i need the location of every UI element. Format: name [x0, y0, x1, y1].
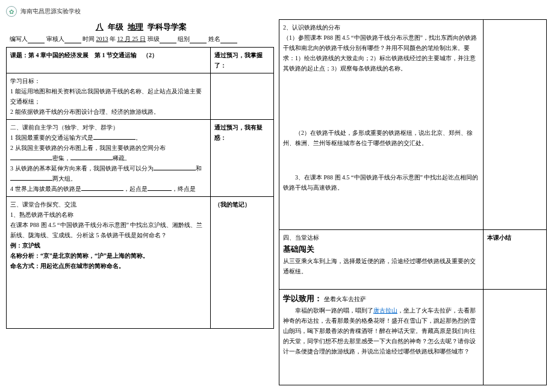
school-logo-icon: ✿ — [6, 6, 17, 17]
preview-doubt-cell: 通过预习，我有疑惑： — [211, 120, 274, 197]
explore-cell: 三、课堂合作探究、交流 1、熟悉铁路干线的名称 在课本 P88 图 4.5 “中… — [7, 197, 211, 329]
table-row: 课题：第 4 章中国的经济发展 第 1 节交通运输 （2） 通过预习，我掌握了： — [7, 48, 274, 73]
fill-blank[interactable] — [10, 173, 52, 181]
fill-blank[interactable] — [81, 184, 123, 191]
right-blank-cell — [484, 290, 547, 385]
table-row: 三、课堂合作探究、交流 1、熟悉铁路干线的名称 在课本 P88 图 4.5 “中… — [7, 197, 274, 329]
subject: 地理 — [125, 22, 146, 31]
blank-space — [283, 148, 479, 172]
page-right: 2、认识铁路线的分布 （1）参照课本 P88 图 4.5 “中国铁路干线分布示意… — [279, 19, 547, 385]
right-blank-cell — [484, 20, 547, 230]
prestudy-cell: 二、课前自主学习（独学、对学、群学） 1 我国最重要的交通运输方式是。 2 从我… — [7, 120, 211, 197]
table-row: 二、课前自主学习（独学、对学、群学） 1 我国最重要的交通运输方式是。 2 从我… — [7, 120, 274, 197]
group-blank[interactable] — [190, 36, 207, 43]
table-row: 四、当堂达标 基础闯关 从三亚乘火车到上海，选择最近便的路，沿途经过哪些铁路线及… — [279, 230, 547, 290]
doc-title: 八 年级 地理 学科导学案 — [6, 22, 274, 33]
school-name: 海南屯昌思源实验学校 — [20, 7, 81, 16]
summary-cell: 本课小结 — [484, 230, 547, 290]
goals-cell: 学习目标： 1 能运用地图和相关资料说出我国铁路干线的名称、起止站点及沿途主要交… — [7, 73, 211, 120]
meta-line: 编写人 审核人 时间 2013 年 12 月 25 日 班级 组别 姓名 — [10, 35, 274, 43]
fill-blank[interactable] — [70, 153, 113, 160]
class-blank[interactable] — [160, 36, 176, 43]
apply-paragraph: 幸福的歌啊一路的唱，唱到了唐古拉山，坐上了火车去拉萨，去看那神奇的布达拉，去看那… — [283, 305, 479, 356]
name-blank[interactable] — [220, 36, 237, 43]
page-left: 八 年级 地理 学科导学案 编写人 审核人 时间 2013 年 12 月 25 … — [6, 19, 274, 385]
table-row: 学习目标： 1 能运用地图和相关资料说出我国铁路干线的名称、起止站点及沿途主要交… — [7, 73, 274, 120]
right-blank-cell — [211, 73, 274, 120]
page-header: ✿ 海南屯昌思源实验学校 — [6, 6, 548, 17]
recognize-cell: 2、认识铁路线的分布 （1）参照课本 P88 图 4.5 “中国铁路干线分布示意… — [279, 20, 484, 230]
notes-cell: （我的笔记） — [211, 197, 274, 329]
table-row: 2、认识铁路线的分布 （1）参照课本 P88 图 4.5 “中国铁路干线分布示意… — [279, 20, 547, 230]
fill-blank[interactable] — [10, 153, 52, 160]
fill-blank[interactable] — [148, 184, 172, 191]
worksheet-table-right: 2、认识铁路线的分布 （1）参照课本 P88 图 4.5 “中国铁路干线分布示意… — [279, 19, 547, 385]
page-container: 八 年级 地理 学科导学案 编写人 审核人 时间 2013 年 12 月 25 … — [6, 19, 548, 385]
preview-mastered-cell: 通过预习，我掌握了： — [211, 48, 274, 73]
fill-blank[interactable] — [154, 163, 196, 170]
tanggula-link[interactable]: 唐古拉山 — [373, 307, 397, 314]
blank-space — [283, 73, 479, 128]
worksheet-table-left: 课题：第 4 章中国的经济发展 第 1 节交通运输 （2） 通过预习，我掌握了：… — [6, 47, 274, 329]
reviewer-blank[interactable] — [64, 36, 81, 43]
fill-blank[interactable] — [93, 132, 135, 140]
quiz-cell: 四、当堂达标 基础闯关 从三亚乘火车到上海，选择最近便的路，沿途经过哪些铁路线及… — [279, 230, 484, 290]
writer-blank[interactable] — [28, 36, 45, 43]
apply-cell: 学以致用： 坐着火车去拉萨 幸福的歌啊一路的唱，唱到了唐古拉山，坐上了火车去拉萨… — [279, 290, 484, 385]
table-row: 学以致用： 坐着火车去拉萨 幸福的歌啊一路的唱，唱到了唐古拉山，坐上了火车去拉萨… — [279, 290, 547, 385]
topic-cell: 课题：第 4 章中国的经济发展 第 1 节交通运输 （2） — [7, 48, 211, 73]
grade: 八 — [93, 22, 106, 31]
